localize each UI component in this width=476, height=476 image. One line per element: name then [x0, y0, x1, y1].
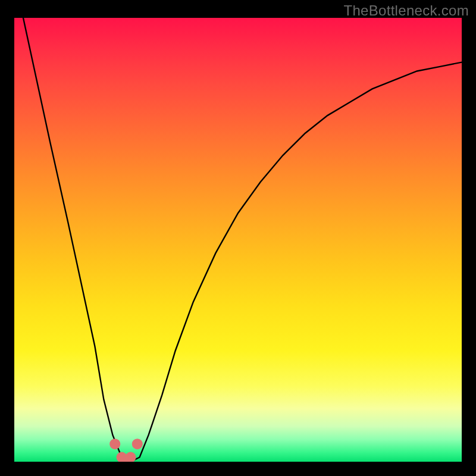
curve-layer: [14, 18, 462, 462]
chart-container: TheBottleneck.com: [0, 0, 476, 476]
bottleneck-curve: [23, 18, 462, 462]
minimum-marker: [109, 439, 120, 449]
watermark-text: TheBottleneck.com: [343, 2, 469, 19]
plot-area: [14, 18, 462, 462]
minimum-marker: [126, 452, 136, 462]
minimum-marker: [132, 439, 143, 449]
